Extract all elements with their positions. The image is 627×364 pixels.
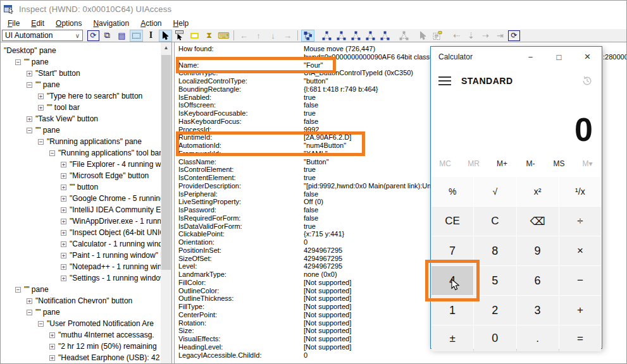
collapse-icon[interactable]: −	[15, 287, 21, 293]
memory-add-button[interactable]: M+	[488, 155, 516, 172]
key-minus[interactable]: −	[559, 266, 601, 295]
parent-element-icon[interactable]	[320, 30, 333, 42]
key-percent[interactable]: %	[431, 177, 473, 206]
tree-item[interactable]: +"Google Chrome - 5 running	[1, 193, 161, 204]
expand-icon[interactable]: +	[61, 264, 66, 270]
arrow-cursor-icon[interactable]	[159, 30, 172, 42]
expand-icon[interactable]: +	[49, 332, 55, 338]
menu-edit[interactable]: Edit	[25, 18, 50, 28]
menu-options[interactable]: Options	[50, 18, 87, 28]
tree-item[interactable]: +"Start" button	[1, 68, 161, 79]
previous-sibling-icon[interactable]	[349, 30, 363, 42]
tree-item[interactable]: +"Paint - 1 running window" b	[1, 250, 161, 261]
expand-icon[interactable]: +	[61, 207, 66, 213]
key-decimal[interactable]: .	[517, 325, 559, 351]
tree-item[interactable]: −"" pane	[1, 56, 161, 68]
tree-item[interactable]: +"" tool bar	[1, 102, 161, 113]
memory-store-button[interactable]: MS	[545, 155, 573, 172]
tree-scrollbar[interactable]: ▲	[161, 42, 171, 364]
expand-icon[interactable]: +	[49, 355, 55, 361]
tree-item[interactable]: +"Task View" button	[1, 113, 161, 124]
expand-icon[interactable]: +	[38, 105, 44, 111]
collapse-icon[interactable]: −	[38, 139, 44, 145]
key-square[interactable]: x²	[517, 177, 559, 206]
tree-item[interactable]: +"IntelliJ IDEA Community Edi	[1, 204, 161, 215]
last-child-icon[interactable]	[378, 30, 392, 42]
key-zero[interactable]: 0	[474, 325, 516, 351]
hourglass-icon[interactable]: ⧗	[202, 30, 216, 42]
cursor-menu-icon[interactable]	[173, 30, 187, 42]
expand-icon[interactable]: +	[61, 162, 66, 167]
refresh-icon[interactable]: ⟳	[87, 30, 99, 41]
expand-icon[interactable]: +	[27, 298, 32, 304]
expand-icon[interactable]: +	[61, 173, 66, 179]
tree-item[interactable]: +"Notepad++ - 1 running win	[1, 261, 161, 272]
tree-item[interactable]: −"User Promoted Notification Are	[1, 318, 161, 329]
tree-item[interactable]: +"File Explorer - 4 running win	[1, 159, 161, 170]
minimize-button[interactable]: −	[516, 47, 545, 67]
tree-item[interactable]: +"" button	[1, 181, 161, 193]
expand-icon[interactable]: +	[49, 344, 55, 349]
ibeam-icon[interactable]: I	[144, 30, 158, 42]
key-two[interactable]: 2	[474, 296, 516, 325]
key-negate[interactable]: ±	[431, 325, 473, 351]
selection-rectangle-icon[interactable]	[130, 30, 143, 42]
expand-icon[interactable]: +	[61, 276, 66, 281]
tree-item[interactable]: +"Microsoft Edge" button	[1, 170, 161, 181]
key-five[interactable]: 5	[474, 266, 516, 295]
highlight-rectangle-icon[interactable]	[188, 30, 201, 42]
expand-icon[interactable]: +	[61, 253, 66, 258]
key-nine[interactable]: 9	[517, 236, 559, 265]
menu-navigation[interactable]: Navigation	[87, 18, 135, 28]
key-eight[interactable]: 8	[474, 236, 516, 265]
collapse-icon[interactable]: −	[15, 59, 21, 65]
properties-icon[interactable]: ▤	[115, 30, 128, 42]
collapse-icon[interactable]: −	[27, 128, 32, 133]
maximize-button[interactable]: □	[545, 47, 573, 67]
expand-icon[interactable]: +	[61, 241, 66, 247]
key-clear[interactable]: C	[474, 207, 516, 236]
tree-item[interactable]: −"" pane	[1, 124, 161, 136]
history-icon[interactable]	[581, 75, 593, 87]
key-multiply[interactable]: ×	[559, 236, 601, 265]
key-square-root[interactable]: √	[474, 177, 516, 206]
keyboard-icon[interactable]: ⌨	[217, 30, 230, 42]
expand-icon[interactable]: +	[61, 196, 66, 202]
key-plus[interactable]: +	[559, 296, 601, 325]
key-clear-entry[interactable]: CE	[431, 207, 473, 236]
tree-item[interactable]: −"" pane	[1, 284, 161, 295]
mode-select[interactable]: UI Automation ∨	[2, 30, 83, 41]
tree-item[interactable]: −"Running applications" tool bar	[1, 147, 161, 159]
key-six[interactable]: 6	[517, 266, 559, 295]
collapse-icon[interactable]: −	[27, 310, 32, 315]
collapse-icon[interactable]: −	[38, 321, 44, 327]
collapse-icon[interactable]: −	[49, 150, 55, 156]
first-child-icon[interactable]	[335, 30, 348, 42]
tree-item[interactable]: +"muthu 4Internet accessasg.	[1, 329, 161, 341]
menu-file[interactable]: File	[2, 18, 25, 28]
key-equals[interactable]: =	[559, 325, 601, 351]
copy-icon[interactable]: ⧉	[101, 30, 114, 42]
expand-icon[interactable]: +	[38, 94, 44, 99]
scroll-thumb[interactable]	[161, 55, 171, 270]
tree-item[interactable]: "Desktop" pane	[1, 45, 161, 56]
expand-icon[interactable]: +	[61, 219, 66, 224]
scroll-up-icon[interactable]: ▲	[161, 42, 171, 53]
next-sibling-icon[interactable]	[364, 30, 377, 42]
tree-item[interactable]: +"2 hr 12 min (50%) remaining	[1, 341, 161, 352]
tree-item[interactable]: +"Type here to search" button	[1, 90, 161, 102]
memory-subtract-button[interactable]: M-	[516, 155, 545, 172]
expand-icon[interactable]: +	[27, 116, 32, 122]
key-three[interactable]: 3	[517, 296, 559, 325]
key-divide[interactable]: ÷	[559, 207, 601, 236]
tree-item[interactable]: −"" pane	[1, 79, 161, 90]
menu-action[interactable]: Action	[135, 18, 167, 28]
tree-item[interactable]: +"Notification Chevron" button	[1, 295, 161, 306]
tree-item[interactable]: +"Settings - 1 running window	[1, 272, 161, 284]
key-seven[interactable]: 7	[431, 236, 473, 265]
tree-item[interactable]: +"Headset Earphone (USB): 42	[1, 352, 161, 363]
event-log-settings-icon[interactable]	[431, 30, 444, 42]
menu-help[interactable]: Help	[168, 18, 195, 28]
close-button[interactable]: ×	[573, 47, 602, 67]
expand-icon[interactable]: +	[61, 230, 66, 236]
